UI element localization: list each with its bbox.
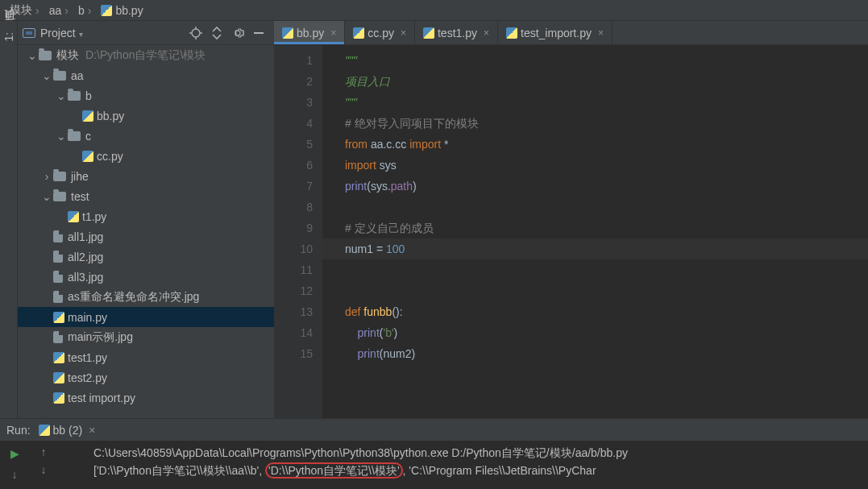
python-file-icon [53,352,64,363]
gutter: 123456789101112131415 [274,45,322,418]
tree-label: test2.py [68,371,107,384]
tree-row[interactable]: ⌄模块D:\Python自学笔记\模块 [18,45,274,65]
file-icon [53,271,63,283]
chevron-down-icon[interactable]: ⌄ [26,49,39,62]
tree-label: main示例.jpg [68,330,133,345]
tree-row[interactable]: all3.jpg [18,267,274,287]
python-file-icon [353,27,364,39]
python-file-icon [423,27,434,39]
python-file-icon [53,372,64,383]
tree-row[interactable]: bb.py [18,106,274,126]
expand-all-button[interactable] [208,24,226,42]
tree-row[interactable]: cc.py [18,146,274,166]
tree-label: bb.py [97,110,124,122]
tree-label: test1.py [68,351,107,364]
tree-label: as重命名避免命名冲突.jpg [68,290,199,305]
tree-label: all3.jpg [68,271,103,284]
editor-tab[interactable]: test_import.py× [498,21,613,44]
run-left-buttons: ▶ ↓ [0,441,29,489]
close-icon[interactable]: × [484,27,489,39]
file-icon [53,230,63,242]
project-tree[interactable]: ⌄模块D:\Python自学笔记\模块⌄aa⌄bbb.py⌄ccc.py›jih… [18,45,274,418]
chevron-right-icon: › [85,4,95,17]
tree-label: 模块 [56,48,79,63]
tree-label: jihe [71,170,89,183]
file-icon [53,251,63,263]
tree-label: test [71,190,89,203]
python-file-icon [82,151,93,162]
console-output[interactable]: C:\Users\40859\AppData\Local\Programs\Py… [58,441,868,489]
tree-row[interactable]: all1.jpg [18,226,274,247]
tree-row[interactable]: all2.jpg [18,247,274,267]
folder-icon [53,172,66,181]
crumb-1[interactable]: aa› [46,4,75,17]
folder-icon [53,71,66,81]
chevron-down-icon[interactable]: ⌄ [40,69,53,82]
close-icon[interactable]: × [598,27,604,39]
tree-label: c [85,130,91,143]
code-editor[interactable]: 123456789101112131415 """项目入口"""# 绝对导入同项… [274,45,868,418]
chevron-right-icon[interactable]: › [40,170,53,183]
arrow-down-icon[interactable]: ↓ [41,463,47,476]
tree-label: test import.py [68,392,135,404]
arrow-down-icon[interactable]: ↓ [6,466,23,483]
tree-label: b [85,89,92,102]
minimize-button[interactable] [250,24,268,42]
folder-icon [53,192,66,201]
tree-row[interactable]: ⌄aa [18,65,274,85]
chevron-down-icon[interactable]: ⌄ [40,190,53,203]
tree-row[interactable]: as重命名避免命名冲突.jpg [18,287,274,307]
crumb-2[interactable]: b› [75,4,98,17]
editor-tab[interactable]: test1.py× [415,21,498,44]
arrow-up-icon[interactable]: ↑ [41,445,47,458]
tree-label: aa [71,69,84,82]
crumb-3[interactable]: bb.py [98,4,146,17]
close-icon[interactable]: × [401,27,406,39]
chevron-down-icon: ▾ [79,30,83,39]
folder-icon [68,91,81,101]
tree-row[interactable]: ⌄test [18,186,274,206]
svg-point-0 [192,29,200,37]
console-line: C:\Users\40859\AppData\Local\Programs\Py… [58,444,868,462]
close-icon[interactable]: × [330,27,336,39]
python-file-icon [101,5,112,16]
tree-row[interactable]: main.py [18,307,274,327]
python-file-icon [82,110,93,122]
tree-row[interactable]: ⌄c [18,126,274,146]
tree-row[interactable]: ⌄b [18,85,274,106]
project-title[interactable]: Project▾ [40,27,83,39]
tree-label: t1.py [82,210,106,223]
tree-label: main.py [68,311,107,324]
folder-icon [68,131,81,141]
settings-button[interactable] [229,24,247,42]
python-file-icon [53,312,64,323]
tree-row[interactable]: ›jihe [18,166,274,186]
tool-tab-project[interactable]: 1: 项目 [0,21,18,50]
tab-label: test1.py [438,27,477,39]
chevron-down-icon[interactable]: ⌄ [55,89,68,102]
editor-tab[interactable]: cc.py× [345,21,415,44]
python-file-icon [506,27,517,39]
tab-label: cc.py [368,27,394,39]
code-area[interactable]: """项目入口"""# 绝对导入同项目下的模块from aa.c.cc impo… [322,45,868,418]
project-icon [23,28,35,38]
tree-label: all2.jpg [68,251,103,263]
crumb-0[interactable]: 模块› [6,3,46,18]
python-file-icon [282,27,293,39]
locate-button[interactable] [187,24,205,42]
chevron-down-icon[interactable]: ⌄ [55,130,68,143]
file-icon [53,291,63,303]
run-tab[interactable]: bb (2)× [39,424,96,437]
tree-row[interactable]: test1.py [18,347,274,367]
run-nav-buttons: ↑ ↓ [29,441,58,489]
tree-label: cc.py [97,150,123,163]
run-play-icon[interactable]: ▶ [6,445,23,462]
tree-row[interactable]: t1.py [18,206,274,226]
breadcrumb: 模块› aa› b› bb.py [0,0,868,21]
python-file-icon [68,211,79,222]
tree-row[interactable]: main示例.jpg [18,327,274,347]
tree-row[interactable]: test2.py [18,367,274,387]
run-toolbar: Run: bb (2)× [0,418,868,441]
editor-tab[interactable]: bb.py× [274,21,345,44]
tree-row[interactable]: test import.py [18,387,274,408]
